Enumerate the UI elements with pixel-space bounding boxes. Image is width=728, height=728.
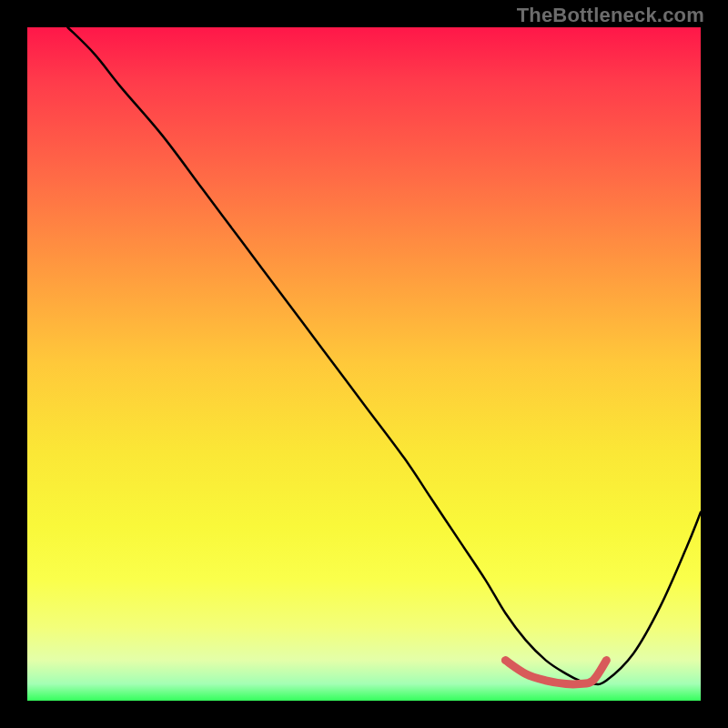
chart-container: TheBottleneck.com [0, 0, 728, 728]
watermark-text: TheBottleneck.com [517, 4, 704, 27]
plot-area [27, 27, 701, 701]
bottleneck-curve [67, 27, 701, 684]
chart-svg [27, 27, 701, 701]
optimal-region [505, 661, 606, 684]
